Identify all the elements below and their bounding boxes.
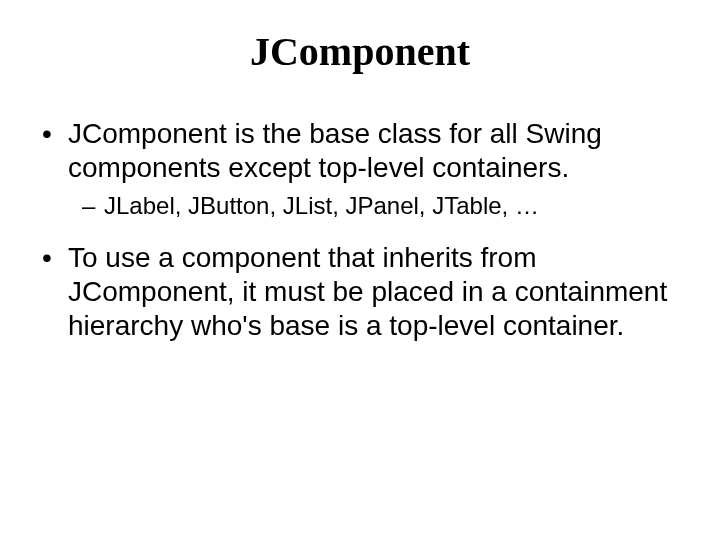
slide-title: JComponent xyxy=(40,28,680,75)
sub-bullet-text: JLabel, JButton, JList, JPanel, JTable, … xyxy=(104,191,539,221)
bullet-text: To use a component that inherits from JC… xyxy=(68,241,680,343)
bullet-marker-disc: • xyxy=(40,241,68,275)
bullet-text: JComponent is the base class for all Swi… xyxy=(68,117,680,185)
slide-content: • JComponent is the base class for all S… xyxy=(40,117,680,343)
bullet-marker-disc: • xyxy=(40,117,68,151)
bullet-item: • To use a component that inherits from … xyxy=(40,241,680,343)
sub-bullet-item: – JLabel, JButton, JList, JPanel, JTable… xyxy=(82,191,680,221)
bullet-item: • JComponent is the base class for all S… xyxy=(40,117,680,185)
bullet-marker-dash: – xyxy=(82,191,104,221)
